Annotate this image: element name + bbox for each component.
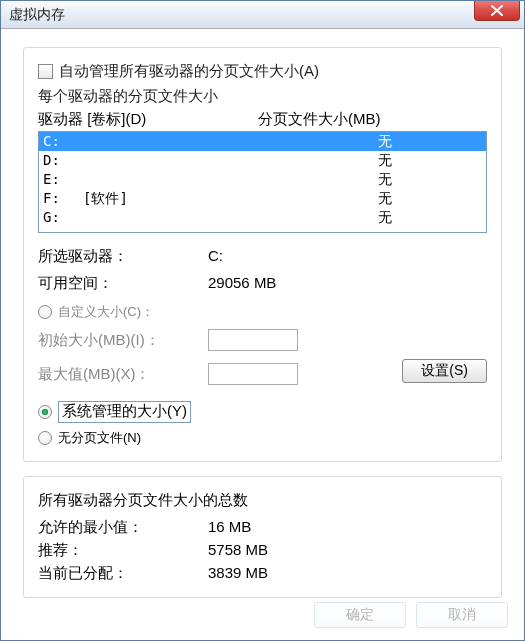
- drive-volume-label: [83, 170, 283, 189]
- custom-size-row: 自定义大小(C)：: [38, 303, 487, 321]
- selected-drive-label: 所选驱动器：: [38, 247, 208, 266]
- no-paging-row: 无分页文件(N): [38, 429, 487, 447]
- system-managed-label: 系统管理的大小(Y): [58, 401, 191, 423]
- cancel-button[interactable]: 取消: [416, 602, 508, 628]
- drive-list-row[interactable]: C:无: [39, 132, 486, 151]
- column-header-drive: 驱动器 [卷标](D): [38, 110, 258, 129]
- no-paging-label: 无分页文件(N): [58, 429, 141, 447]
- size-options: 自定义大小(C)： 初始大小(MB)(I)： 最大值(MB)(X)： 系统管理的…: [38, 303, 487, 447]
- drive-letter: G:: [43, 208, 83, 227]
- initial-size-label: 初始大小(MB)(I)：: [38, 331, 208, 350]
- drive-page-size: 无: [283, 208, 486, 227]
- auto-manage-row: 自动管理所有驱动器的分页文件大小(A): [38, 62, 487, 81]
- titlebar: 虚拟内存: [1, 1, 524, 29]
- drive-listbox[interactable]: C:无D:无E:无F:[软件]无G:无: [38, 131, 487, 233]
- system-managed-radio[interactable]: [38, 405, 52, 419]
- min-value: 16 MB: [208, 518, 251, 537]
- drive-list-row[interactable]: D:无: [39, 151, 486, 170]
- drive-letter: F:: [43, 189, 83, 208]
- min-row: 允许的最小值： 16 MB: [38, 518, 487, 537]
- drive-page-size: 无: [283, 170, 486, 189]
- selected-drive-row: 所选驱动器： C:: [38, 247, 487, 266]
- drive-letter: D:: [43, 151, 83, 170]
- drive-volume-label: [83, 132, 283, 151]
- custom-size-label: 自定义大小(C)：: [58, 303, 154, 321]
- system-managed-row: 系统管理的大小(Y): [38, 401, 487, 423]
- per-drive-heading: 每个驱动器的分页文件大小: [38, 87, 487, 106]
- close-button[interactable]: [474, 1, 520, 21]
- content-area: 自动管理所有驱动器的分页文件大小(A) 每个驱动器的分页文件大小 驱动器 [卷标…: [1, 29, 524, 622]
- free-space-row: 可用空间： 29056 MB: [38, 274, 487, 293]
- totals-fieldset: 所有驱动器分页文件大小的总数 允许的最小值： 16 MB 推荐： 5758 MB…: [23, 476, 502, 598]
- cur-row: 当前已分配： 3839 MB: [38, 564, 487, 583]
- cur-label: 当前已分配：: [38, 564, 208, 583]
- drive-letter: C:: [43, 132, 83, 151]
- free-space-value: 29056 MB: [208, 274, 276, 293]
- no-paging-radio[interactable]: [38, 431, 52, 445]
- drive-volume-label: [软件]: [83, 189, 283, 208]
- cur-value: 3839 MB: [208, 564, 268, 583]
- rec-label: 推荐：: [38, 541, 208, 560]
- free-space-label: 可用空间：: [38, 274, 208, 293]
- min-label: 允许的最小值：: [38, 518, 208, 537]
- max-size-input[interactable]: [208, 363, 298, 385]
- dialog-footer: 确定 取消: [17, 602, 508, 628]
- close-icon: [491, 5, 503, 16]
- custom-size-radio[interactable]: [38, 305, 52, 319]
- auto-manage-checkbox[interactable]: [38, 64, 53, 79]
- drive-volume-label: [83, 151, 283, 170]
- drive-volume-label: [83, 208, 283, 227]
- column-header-page: 分页文件大小(MB): [258, 110, 487, 129]
- selected-drive-value: C:: [208, 247, 223, 266]
- ok-button[interactable]: 确定: [314, 602, 406, 628]
- drive-page-size: 无: [283, 132, 486, 151]
- set-button-label: 设置(S): [421, 362, 468, 380]
- drive-list-row[interactable]: E:无: [39, 170, 486, 189]
- totals-title: 所有驱动器分页文件大小的总数: [38, 491, 487, 510]
- rec-row: 推荐： 5758 MB: [38, 541, 487, 560]
- drive-letter: E:: [43, 170, 83, 189]
- initial-size-row: 初始大小(MB)(I)：: [38, 329, 487, 351]
- virtual-memory-window: 虚拟内存 自动管理所有驱动器的分页文件大小(A) 每个驱动器的分页文件大小 驱动…: [0, 0, 525, 641]
- max-size-label: 最大值(MB)(X)：: [38, 365, 208, 384]
- window-title: 虚拟内存: [9, 6, 65, 24]
- list-headers: 驱动器 [卷标](D) 分页文件大小(MB): [38, 110, 487, 129]
- drive-list-row[interactable]: F:[软件]无: [39, 189, 486, 208]
- rec-value: 5758 MB: [208, 541, 268, 560]
- initial-size-input[interactable]: [208, 329, 298, 351]
- drive-list-row[interactable]: G:无: [39, 208, 486, 227]
- per-drive-fieldset: 自动管理所有驱动器的分页文件大小(A) 每个驱动器的分页文件大小 驱动器 [卷标…: [23, 47, 502, 462]
- drive-page-size: 无: [283, 151, 486, 170]
- drive-page-size: 无: [283, 189, 486, 208]
- auto-manage-label: 自动管理所有驱动器的分页文件大小(A): [59, 62, 319, 81]
- set-button[interactable]: 设置(S): [402, 359, 487, 383]
